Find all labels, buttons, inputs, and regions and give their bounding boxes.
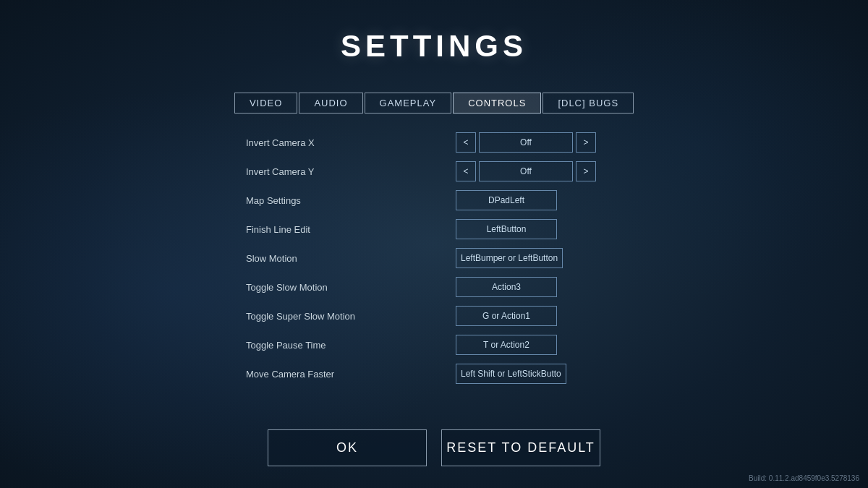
setting-label-finish-line-edit: Finish Line Edit (246, 224, 456, 235)
setting-controls-finish-line-edit: LeftButton (456, 219, 557, 239)
tabs-bar: VIDEO AUDIO GAMEPLAY CONTROLS [DLC] BUGS (234, 93, 634, 114)
value-invert-camera-x: Off (479, 132, 573, 153)
tab-controls[interactable]: CONTROLS (453, 93, 541, 114)
setting-row-finish-line-edit: Finish Line Edit LeftButton (246, 215, 622, 244)
setting-controls-invert-camera-y: < Off > (456, 161, 596, 181)
value-map-settings[interactable]: DPadLeft (456, 190, 557, 210)
setting-label-slow-motion: Slow Motion (246, 253, 456, 264)
setting-label-toggle-super-slow-motion: Toggle Super Slow Motion (246, 311, 456, 322)
value-move-camera-faster[interactable]: Left Shift or LeftStickButto (456, 364, 566, 384)
setting-row-toggle-pause-time: Toggle Pause Time T or Action2 (246, 330, 622, 359)
setting-row-map-settings: Map Settings DPadLeft (246, 186, 622, 215)
setting-controls-toggle-super-slow-motion: G or Action1 (456, 306, 557, 326)
settings-panel[interactable]: Invert Camera X < Off > Invert Camera Y … (246, 128, 622, 388)
tab-dlc-bugs[interactable]: [DLC] BUGS (542, 93, 634, 114)
tab-gameplay[interactable]: GAMEPLAY (365, 93, 452, 114)
setting-row-toggle-slow-motion: Toggle Slow Motion Action3 (246, 273, 622, 301)
setting-controls-map-settings: DPadLeft (456, 190, 557, 210)
setting-label-toggle-slow-motion: Toggle Slow Motion (246, 282, 456, 293)
value-toggle-pause-time[interactable]: T or Action2 (456, 335, 557, 355)
setting-controls-move-camera-faster: Left Shift or LeftStickButto (456, 364, 566, 384)
setting-controls-toggle-slow-motion: Action3 (456, 277, 557, 297)
setting-controls-invert-camera-x: < Off > (456, 132, 596, 153)
setting-row-invert-camera-y: Invert Camera Y < Off > (246, 157, 622, 186)
setting-controls-toggle-pause-time: T or Action2 (456, 335, 557, 355)
setting-label-map-settings: Map Settings (246, 195, 456, 206)
reset-button[interactable]: RESET TO DEFAULT (441, 429, 600, 466)
setting-label-invert-camera-y: Invert Camera Y (246, 166, 456, 177)
build-info: Build: 0.11.2.ad8459f0e3.5278136 (749, 474, 859, 482)
setting-label-toggle-pause-time: Toggle Pause Time (246, 340, 456, 351)
arrow-right-invert-camera-y[interactable]: > (576, 161, 596, 181)
value-invert-camera-y: Off (479, 161, 573, 181)
setting-row-move-camera-faster: Move Camera Faster Left Shift or LeftSti… (246, 359, 622, 388)
setting-controls-slow-motion: LeftBumper or LeftButton (456, 248, 563, 268)
value-toggle-slow-motion[interactable]: Action3 (456, 277, 557, 297)
arrow-left-invert-camera-y[interactable]: < (456, 161, 476, 181)
bottom-buttons: OK RESET TO DEFAULT (268, 429, 600, 466)
value-toggle-super-slow-motion[interactable]: G or Action1 (456, 306, 557, 326)
ok-button[interactable]: OK (268, 429, 427, 466)
setting-label-invert-camera-x: Invert Camera X (246, 137, 456, 148)
setting-row-invert-camera-x: Invert Camera X < Off > (246, 128, 622, 157)
arrow-left-invert-camera-x[interactable]: < (456, 132, 476, 153)
setting-row-slow-motion: Slow Motion LeftBumper or LeftButton (246, 244, 622, 273)
value-finish-line-edit[interactable]: LeftButton (456, 219, 557, 239)
setting-row-toggle-super-slow-motion: Toggle Super Slow Motion G or Action1 (246, 301, 622, 330)
setting-label-move-camera-faster: Move Camera Faster (246, 369, 456, 380)
page-title: SETTINGS (341, 29, 527, 64)
tab-audio[interactable]: AUDIO (299, 93, 362, 114)
value-slow-motion[interactable]: LeftBumper or LeftButton (456, 248, 563, 268)
settings-panel-wrapper: Invert Camera X < Off > Invert Camera Y … (246, 128, 622, 388)
tab-video[interactable]: VIDEO (234, 93, 297, 114)
arrow-right-invert-camera-x[interactable]: > (576, 132, 596, 153)
